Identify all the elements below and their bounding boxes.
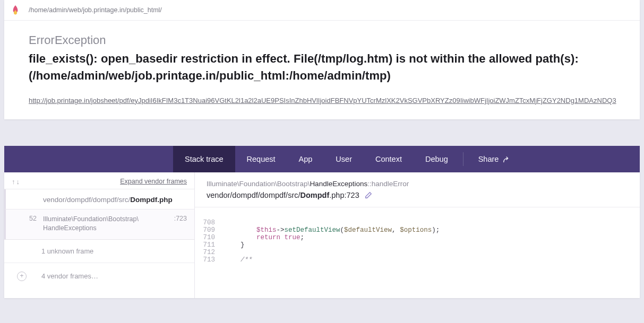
stack-frame[interactable]: vendor/dompdf/dompdf/src/Dompdf.php 52 I…: [4, 189, 194, 240]
stack-vendor-frames-label: 4 vendor frames…: [41, 272, 98, 280]
nav-separator: [463, 152, 463, 166]
stack-down-icon[interactable]: ↓: [16, 178, 20, 186]
stack-up-icon[interactable]: ↑: [12, 178, 15, 186]
app-path-text: /home/admin/web/job.printage.in/public_h…: [29, 6, 162, 14]
code-line: 708: [195, 219, 640, 226]
share-icon: [503, 156, 510, 162]
exception-url[interactable]: http://job.printage.in/jobsheet/pdf/eyJp…: [29, 97, 616, 104]
exception-block: ErrorException file_exists(): open_based…: [4, 21, 640, 119]
section-nav: Stack trace Request App User Context Deb…: [4, 146, 640, 172]
nav-request[interactable]: Request: [235, 146, 287, 172]
exception-type: ErrorException: [29, 33, 615, 47]
ignition-logo-icon: [12, 5, 19, 15]
code-file-path: vendor/dompdf/dompdf/src/Dompdf.php:723: [195, 190, 640, 207]
stack-frame-line: :723: [174, 215, 187, 233]
exception-card: /home/admin/web/job.printage.in/public_h…: [4, 0, 640, 119]
stack-vendor-frames[interactable]: + 4 vendor frames…: [4, 263, 194, 289]
nav-share-label: Share: [478, 155, 499, 163]
stack-nav-arrows: ↑ ↓: [12, 178, 20, 186]
nav-stack-trace[interactable]: Stack trace: [173, 146, 235, 172]
code-line: 712: [195, 249, 640, 256]
code-class-path: Illuminate\Foundation\Bootstrap\HandleEx…: [195, 172, 640, 190]
app-path-bar: /home/admin/web/job.printage.in/public_h…: [4, 0, 640, 21]
code-column: Illuminate\Foundation\Bootstrap\HandleEx…: [195, 172, 640, 298]
stack-trace-panel: ↑ ↓ Expand vendor frames vendor/dompdf/d…: [4, 172, 640, 298]
stack-frames-column: ↑ ↓ Expand vendor frames vendor/dompdf/d…: [4, 172, 195, 298]
plus-icon: +: [17, 272, 27, 281]
stack-header: ↑ ↓ Expand vendor frames: [4, 172, 194, 189]
stack-frame-file: vendor/dompdf/dompdf/src/Dompdf.php: [4, 189, 194, 209]
stack-frame-class: 52 Illuminate\Foundation\Bootstrap\Handl…: [4, 209, 194, 239]
code-line: 713 /**: [195, 256, 640, 264]
stack-unknown-frame[interactable]: 1 unknown frame: [4, 240, 194, 263]
nav-share[interactable]: Share: [467, 146, 522, 172]
nav-debug[interactable]: Debug: [414, 146, 460, 172]
code-line: 711 }: [195, 241, 640, 249]
nav-app[interactable]: App: [287, 146, 324, 172]
nav-user[interactable]: User: [324, 146, 364, 172]
code-body: 708 709 $this->setDefaultView($defaultVi…: [195, 207, 640, 298]
pencil-icon[interactable]: [365, 191, 372, 199]
stack-frame-classname: Illuminate\Foundation\Bootstrap\HandleEx…: [43, 215, 174, 233]
code-line: 709 $this->setDefaultView($defaultView, …: [195, 226, 640, 234]
expand-vendor-frames[interactable]: Expand vendor frames: [120, 178, 187, 185]
exception-message: file_exists(): open_basedir restriction …: [29, 50, 615, 84]
code-line: 710 return true;: [195, 234, 640, 241]
stack-frame-number: 52: [13, 215, 37, 233]
nav-context[interactable]: Context: [364, 146, 414, 172]
